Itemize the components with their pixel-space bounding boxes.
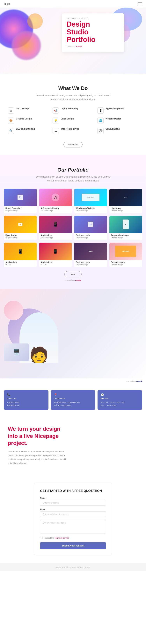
portfolio-item[interactable]: 📱 Applications UI / UX: [4, 243, 37, 267]
name-label: Name: [40, 497, 106, 499]
blob-5: [27, 14, 43, 29]
tagline-right-text: [77, 426, 138, 427]
contact-card-text: 121 Rock Street, 21 Avenue, NewYork, NY …: [54, 401, 92, 407]
portfolio-section: Our Portfolio Lorem ipsum dolor sit amet…: [0, 155, 146, 289]
portfolio-item-category: Graphic Design: [74, 264, 107, 267]
portfolio-item-category: UI / UX: [4, 264, 37, 267]
portfolio-item[interactable]: ▪▪▪ Business cards Graphic Design: [74, 243, 107, 267]
service-icon: ⊞: [8, 108, 14, 114]
contact-cards: 📞 CALL US 1 (234) 567-8911 (234) 987-654…: [0, 384, 146, 416]
menu-button[interactable]: [138, 2, 142, 5]
portfolio-thumbnail: 📱: [4, 243, 37, 260]
tagline-left: We turn your design into a live Nicepage…: [8, 426, 69, 465]
portfolio-item-title: Applications: [4, 260, 37, 264]
portfolio-item[interactable]: b Brand Campaign Graphic Design: [4, 189, 37, 213]
service-item: 📱 App Development: [97, 108, 138, 114]
about-image-credit: Images from Freepik: [0, 378, 146, 384]
service-icon: 💬: [97, 128, 104, 134]
service-name: Consultations: [105, 128, 120, 130]
learn-more-button[interactable]: learn more: [63, 142, 83, 148]
about-circle-small: [4, 301, 23, 320]
portfolio-freepik-link[interactable]: Freepik: [75, 279, 81, 281]
logo: logo: [4, 2, 10, 5]
contact-card-icon: 🕐: [101, 393, 139, 396]
portfolio-item[interactable]: ◎ A Corporate Identity Graphic Design: [39, 189, 72, 213]
portfolio-thumbnail: b: [74, 216, 107, 233]
what-we-do-section: What We Do Lorem ipsum dolor sit amet, c…: [0, 74, 146, 155]
portfolio-item[interactable]: Get in Touch Web Design Website Graphic …: [74, 189, 107, 213]
portfolio-image-credit: Images from Freepik: [4, 279, 142, 281]
portfolio-item[interactable]: b Business cards Graphic Design: [74, 216, 107, 240]
form-section: GET STARTED WITH A FREE QUOTATION Name E…: [0, 475, 146, 563]
header: logo: [0, 0, 146, 8]
portfolio-thumbnail: 📱: [39, 216, 72, 233]
what-we-do-title: What We Do: [8, 85, 138, 91]
portfolio-item-category: UI / UX: [39, 264, 72, 267]
hero-title: DesignStudioPortfolio: [67, 20, 119, 44]
portfolio-item-category: Graphic Design: [39, 210, 72, 213]
tagline-text: Duis aute irure dolor in reprehenderit i…: [8, 450, 69, 465]
service-name: Graphic Design: [16, 118, 32, 120]
service-icon: 📢: [53, 108, 59, 114]
portfolio-item[interactable]: 📱 Applications Graphic Design: [39, 216, 72, 240]
service-name: SEO and Branding: [16, 128, 35, 130]
contact-card-text: 1 (234) 567-8911 (234) 987-654: [7, 401, 45, 407]
service-item: 🌐 Website Design: [97, 118, 138, 124]
about-freepik-link[interactable]: Freepik: [136, 380, 142, 382]
more-button-wrap: More: [4, 271, 142, 277]
portfolio-thumbnail: b: [4, 189, 37, 206]
service-name: Digital Marketing: [61, 108, 78, 110]
tagline-right: [77, 426, 138, 427]
service-icon: ☁: [53, 128, 59, 134]
terms-checkbox[interactable]: [40, 537, 42, 539]
hero-section: CREATIVE AGENCY DesignStudioPortfolio Im…: [0, 8, 146, 74]
service-name: UI/UX Design: [16, 108, 29, 110]
form-box: GET STARTED WITH A FREE QUOTATION Name E…: [34, 483, 112, 555]
portfolio-item-category: Graphic Design: [109, 264, 142, 267]
portfolio-item-category: Graphic Design: [4, 210, 37, 213]
form-message-field: [40, 520, 106, 534]
about-images: 🧑 🖥️: [4, 301, 70, 367]
freepik-link[interactable]: Freepik: [76, 46, 82, 48]
tagline-section: We turn your design into a live Nicepage…: [0, 416, 146, 475]
portfolio-item[interactable]: ▪ ▪ ▪ Lightboxes Graphic Design: [109, 189, 142, 213]
portfolio-item[interactable]: 📺 Responsive design Graphic Design: [109, 216, 142, 240]
portfolio-thumbnail: Get in Touch: [74, 189, 107, 206]
portfolio-item-title: Business cards: [74, 233, 107, 237]
footer-note-text: Sample text. Click to select the Text El…: [56, 566, 90, 568]
portfolio-item-title: Applications: [39, 233, 72, 237]
form-name-field: Name: [40, 497, 106, 506]
contact-card-icon: 📞: [7, 393, 45, 396]
service-item: 💬 Consultations: [97, 128, 138, 134]
terms-link[interactable]: Terms of Service: [55, 537, 69, 539]
service-name: App Development: [105, 108, 124, 110]
terms-label: I accept the Terms of Service: [44, 537, 69, 539]
blob-2: [12, 31, 41, 60]
portfolio-thumbnail: 📱: [39, 243, 72, 260]
portfolio-item-category: Graphic Design: [109, 237, 142, 240]
blob-1: [0, 10, 33, 48]
hero-image-credit: Image from Freepik: [67, 46, 119, 48]
portfolio-item-title: A Corporate Identity: [39, 206, 72, 210]
portfolio-description: Lorem ipsum dolor sit amet, consectetur …: [34, 175, 112, 183]
contact-card-title: CALL US: [7, 398, 45, 400]
form-email-field: Email: [40, 508, 106, 517]
name-input[interactable]: [40, 500, 106, 506]
portfolio-thumbnail: ◎: [39, 189, 72, 206]
portfolio-thumbnail: 📺: [109, 216, 142, 233]
email-input[interactable]: [40, 511, 106, 517]
service-icon: 🎨: [8, 118, 14, 124]
portfolio-item[interactable]: 🔥 Flyer design Graphic Design: [4, 216, 37, 240]
more-button[interactable]: More: [64, 271, 81, 277]
submit-button[interactable]: Submit your request: [40, 542, 106, 549]
portfolio-item-title: Applications: [39, 260, 72, 264]
service-name: Web Hosting Plus: [61, 128, 79, 130]
service-icon: 🌐: [97, 118, 104, 124]
about-desk-image: 🖥️: [4, 344, 29, 361]
portfolio-item-category: Graphic Design: [4, 237, 37, 240]
portfolio-item[interactable]: COLORSI Business cards Graphic Design: [109, 243, 142, 267]
what-we-do-description: Lorem ipsum dolor sit amet, consectetur …: [34, 94, 112, 102]
message-input[interactable]: [40, 520, 106, 534]
portfolio-item[interactable]: 📱 Applications UI / UX: [39, 243, 72, 267]
service-item: ⊞ UI/UX Design: [8, 108, 49, 114]
